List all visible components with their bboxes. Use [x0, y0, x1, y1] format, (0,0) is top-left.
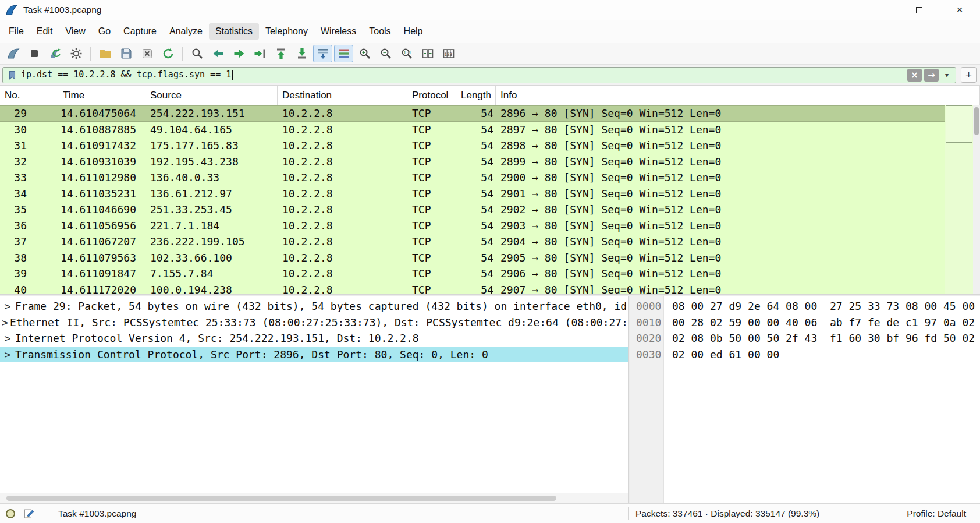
- filter-dropdown-chevron-icon[interactable]: ▾: [941, 69, 953, 82]
- expand-arrow-icon[interactable]: >: [0, 330, 15, 347]
- filter-clear-button[interactable]: ×: [907, 69, 922, 82]
- menu-item-wireless[interactable]: Wireless: [314, 23, 363, 40]
- capture-options-button[interactable]: [66, 45, 86, 62]
- packet-row[interactable]: 3914.6110918477.155.7.8410.2.2.8TCP54290…: [0, 266, 945, 282]
- window-controls: ×: [858, 0, 980, 20]
- hex-row[interactable]: 003002 00 ed 61 00 00: [630, 347, 980, 363]
- menu-item-analyze[interactable]: Analyze: [163, 23, 209, 40]
- cell-info: 2896 → 80 [SYN] Seq=0 Win=512 Len=0: [496, 105, 945, 122]
- packet-row[interactable]: 3014.61088788549.104.64.16510.2.2.8TCP54…: [0, 122, 945, 138]
- resize-columns-content-button[interactable]: 123: [439, 45, 458, 62]
- go-forward-icon: [232, 47, 246, 61]
- minimap-thumb[interactable]: [946, 105, 972, 143]
- menu-item-capture[interactable]: Capture: [117, 23, 163, 40]
- packet-row[interactable]: 3114.610917432175.177.165.8310.2.2.8TCP5…: [0, 137, 945, 154]
- status-profile[interactable]: Profile: Default: [907, 504, 966, 523]
- packet-row[interactable]: 3714.611067207236.222.199.10510.2.2.8TCP…: [0, 234, 945, 250]
- menu-item-go[interactable]: Go: [92, 23, 117, 40]
- detail-line[interactable]: >Frame 29: Packet, 54 bytes on wire (432…: [0, 298, 628, 314]
- close-file-button[interactable]: [137, 45, 157, 62]
- go-to-packet-button[interactable]: [250, 45, 269, 62]
- zoom-in-button[interactable]: [355, 45, 374, 62]
- save-file-button[interactable]: [116, 45, 136, 62]
- packet-row[interactable]: 3814.611079563102.33.66.10010.2.2.8TCP54…: [0, 250, 945, 266]
- hex-row[interactable]: 000008 00 27 d9 2e 64 08 00 27 25 33 73 …: [630, 298, 980, 314]
- resize-columns-button[interactable]: [418, 45, 437, 62]
- column-header-destination[interactable]: Destination: [278, 86, 407, 105]
- maximize-button[interactable]: [899, 0, 939, 20]
- zoom-out-button[interactable]: [376, 45, 395, 62]
- stop-capture-button[interactable]: [24, 45, 44, 62]
- menu-item-statistics[interactable]: Statistics: [209, 23, 259, 40]
- hex-bytes[interactable]: 02 00 ed 61 00 00: [672, 347, 779, 363]
- maximize-icon: [916, 7, 922, 13]
- go-forward-button[interactable]: [229, 45, 248, 62]
- cell-source: 136.61.212.97: [145, 186, 278, 202]
- packet-row[interactable]: 3614.611056956221.7.1.18410.2.2.8TCP5429…: [0, 218, 945, 234]
- filter-bookmark-icon[interactable]: [6, 69, 19, 82]
- packet-list: 2914.610475064254.222.193.15110.2.2.8TCP…: [0, 105, 945, 294]
- packet-row[interactable]: 3214.610931039192.195.43.23810.2.2.8TCP5…: [0, 154, 945, 170]
- column-header-no[interactable]: No.: [0, 86, 58, 105]
- go-back-button[interactable]: [208, 45, 228, 62]
- menu-item-tools[interactable]: Tools: [363, 23, 397, 40]
- find-packet-button[interactable]: [187, 45, 207, 62]
- hex-row[interactable]: 002002 08 0b 50 00 50 2f 43 f1 60 30 bf …: [630, 330, 980, 347]
- hex-bytes[interactable]: 00 28 02 59 00 00 40 06 ab f7 fe de c1 9…: [672, 314, 975, 331]
- reload-file-button[interactable]: [158, 45, 177, 62]
- details-horizontal-scrollbar[interactable]: [0, 493, 628, 503]
- detail-line[interactable]: >Ethernet II, Src: PCSSystemtec_25:33:73…: [0, 314, 628, 331]
- stop-capture-icon: [27, 47, 41, 61]
- minimize-button[interactable]: [858, 0, 899, 20]
- detail-line[interactable]: >Transmission Control Protocol, Src Port…: [0, 347, 628, 363]
- packet-row[interactable]: 2914.610475064254.222.193.15110.2.2.8TCP…: [0, 105, 945, 122]
- column-header-source[interactable]: Source: [145, 86, 278, 105]
- auto-scroll-button[interactable]: [313, 45, 332, 62]
- start-capture-button[interactable]: [3, 45, 23, 62]
- cell-destination: 10.2.2.8: [278, 218, 407, 234]
- filter-add-button[interactable]: +: [961, 67, 977, 83]
- column-header-time[interactable]: Time: [58, 86, 145, 105]
- vertical-scrollbar-thumb[interactable]: [974, 107, 979, 135]
- restart-capture-button[interactable]: [45, 45, 65, 62]
- packet-row[interactable]: 3414.611035231136.61.212.9710.2.2.8TCP54…: [0, 186, 945, 202]
- capture-comment-icon[interactable]: [23, 508, 35, 520]
- cell-protocol: TCP: [407, 282, 456, 295]
- go-last-packet-button[interactable]: [292, 45, 311, 62]
- column-header-info[interactable]: Info: [496, 86, 980, 105]
- status-left-section: Task #1003.pcapng: [6, 504, 136, 523]
- close-button[interactable]: ×: [939, 0, 980, 20]
- intelligent-scrollbar-minimap[interactable]: [945, 105, 973, 294]
- cell-destination: 10.2.2.8: [278, 266, 407, 282]
- zoom-reset-button[interactable]: 1:1: [397, 45, 416, 62]
- menu-item-telephony[interactable]: Telephony: [259, 23, 314, 40]
- packet-list-vertical-scrollbar[interactable]: [973, 105, 980, 294]
- packet-row[interactable]: 3514.611046690251.33.253.4510.2.2.8TCP54…: [0, 202, 945, 218]
- horizontal-scrollbar-thumb[interactable]: [6, 496, 556, 501]
- menu-item-edit[interactable]: Edit: [30, 23, 59, 40]
- cell-no: 36: [0, 218, 58, 234]
- packet-details-pane: >Frame 29: Packet, 54 bytes on wire (432…: [0, 296, 628, 493]
- filter-apply-button[interactable]: →: [924, 69, 939, 82]
- hex-row[interactable]: 001000 28 02 59 00 00 40 06 ab f7 fe de …: [630, 314, 980, 331]
- hex-bytes[interactable]: 08 00 27 d9 2e 64 08 00 27 25 33 73 08 0…: [672, 298, 975, 314]
- display-filter-input[interactable]: ip.dst == 10.2.2.8 && tcp.flags.syn == 1…: [2, 67, 956, 83]
- column-header-protocol[interactable]: Protocol: [407, 86, 456, 105]
- hex-bytes[interactable]: 02 08 0b 50 00 50 2f 43 f1 60 30 bf 96 f…: [672, 330, 975, 347]
- detail-line[interactable]: >Internet Protocol Version 4, Src: 254.2…: [0, 330, 628, 347]
- packet-row[interactable]: 3314.611012980136.40.0.3310.2.2.8TCP5429…: [0, 169, 945, 186]
- start-capture-icon: [6, 47, 20, 61]
- menu-item-help[interactable]: Help: [397, 23, 429, 40]
- packet-row[interactable]: 4014.611172020100.0.194.23810.2.2.8TCP54…: [0, 282, 945, 295]
- expert-info-icon[interactable]: [6, 509, 15, 518]
- go-first-packet-button[interactable]: [271, 45, 290, 62]
- expand-arrow-icon[interactable]: >: [0, 298, 15, 314]
- open-file-button[interactable]: [95, 45, 115, 62]
- column-header-length[interactable]: Length: [456, 86, 496, 105]
- expand-arrow-icon[interactable]: >: [0, 314, 10, 331]
- colorize-button[interactable]: [334, 45, 353, 62]
- menu-item-view[interactable]: View: [59, 23, 91, 40]
- expand-arrow-icon[interactable]: >: [0, 347, 15, 363]
- cell-info: 2899 → 80 [SYN] Seq=0 Win=512 Len=0: [496, 154, 945, 170]
- menu-item-file[interactable]: File: [2, 23, 30, 40]
